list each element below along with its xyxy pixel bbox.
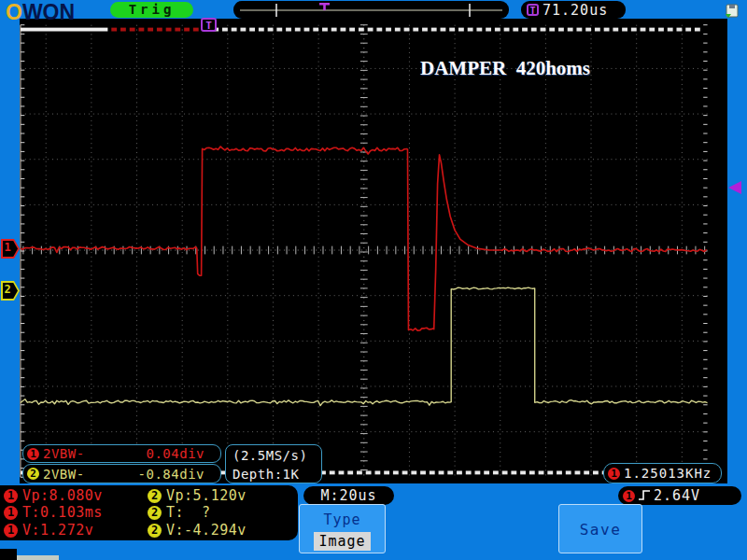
ch2-mean-value: V:-4.294v <box>166 522 247 539</box>
frequency-counter-readout: 1 1.25013KHz <box>603 463 722 483</box>
ch1-mean-value: V:1.272v <box>22 522 93 539</box>
save-button[interactable]: Save <box>558 504 642 553</box>
ch2-badge: 2 <box>148 489 162 503</box>
trigger-level-arrow-icon[interactable] <box>728 181 741 194</box>
trigger-time-readout: T 71.20us <box>521 1 626 19</box>
waveform-display <box>20 19 727 483</box>
measurements-panel: 1 Vp:8.080v 1 T:0.103ms 1 V:1.272v 2 Vp:… <box>0 485 298 540</box>
memory-depth-value: Depth:1K <box>233 465 321 483</box>
trigger-position-bar[interactable] <box>233 1 509 19</box>
rising-edge-icon <box>638 488 651 503</box>
save-to-storage-icon[interactable] <box>724 3 740 22</box>
measurement-row: 2 Vp:5.120v <box>148 488 247 503</box>
ch2-badge: 2 <box>148 524 162 538</box>
channel1-offset-value: 0.04div <box>146 446 204 461</box>
channel1-zero-marker[interactable]: 1 <box>1 239 20 259</box>
type-button-selected-value: Image <box>314 532 370 551</box>
channel1-badge: 1 <box>27 448 39 460</box>
bottom-left-corner-patch <box>0 549 17 560</box>
trigger-status-badge: Trig <box>110 2 193 18</box>
ch1-period-value: T:0.103ms <box>22 504 103 521</box>
measurement-row: 2 V:-4.294v <box>148 523 247 538</box>
measurement-row: 1 V:1.272v <box>4 523 93 538</box>
measurement-row: 1 Vp:8.080v <box>4 488 103 503</box>
type-button-title: Type <box>300 511 385 528</box>
ch1-badge: 1 <box>4 506 18 520</box>
oscilloscope-screen: OWON Trig T 71.20us DAMPER 420homs T 1 2 <box>0 0 747 560</box>
horizontal-trigger-marker[interactable]: T <box>201 18 217 32</box>
channel2-marker-number: 2 <box>1 283 14 296</box>
user-annotation-text: DAMPER 420homs <box>420 57 590 80</box>
channel2-scale-readout: 2 2VBW- -0.84div <box>22 464 221 483</box>
ch2-badge: 2 <box>148 506 162 520</box>
acquisition-readout: (2.5MS/s) Depth:1K <box>225 444 322 483</box>
waveform-canvas <box>20 19 727 483</box>
measurement-row: 2 T: ? <box>148 505 211 520</box>
channel2-scale-label: 2VBW- <box>43 467 85 482</box>
ch2-vpp-value: Vp:5.120v <box>166 487 247 504</box>
channel1-scale-readout: 1 2VBW- 0.04div <box>22 444 221 463</box>
trigger-channel-badge: 1 <box>623 490 635 502</box>
channel2-zero-marker[interactable]: 2 <box>1 281 20 301</box>
trigger-level-value: 2.64V <box>654 487 700 504</box>
trigger-t-icon: T <box>527 4 539 16</box>
channel2-badge: 2 <box>27 468 39 480</box>
timebase-readout: M:20us <box>303 486 394 505</box>
logo-letter-o: O <box>6 0 22 24</box>
trigger-position-graphic <box>233 1 509 19</box>
measurement-row: 1 T:0.103ms <box>4 505 103 520</box>
frequency-value: 1.25013KHz <box>624 466 712 481</box>
owon-logo: OWON <box>6 0 75 25</box>
channel1-scale-label: 2VBW- <box>43 446 85 461</box>
ch1-badge: 1 <box>4 524 18 538</box>
ch1-vpp-value: Vp:8.080v <box>22 487 103 504</box>
ch1-badge: 1 <box>4 489 18 503</box>
channel2-offset-value: -0.84div <box>138 467 204 482</box>
channel1-marker-number: 1 <box>1 241 14 254</box>
type-menu-button[interactable]: Type Image <box>299 504 386 553</box>
bottom-left-sliver <box>17 555 59 560</box>
logo-rest: WON <box>22 0 75 24</box>
trigger-level-readout: 1 2.64V <box>618 486 741 505</box>
ch2-period-value: T: ? <box>166 504 211 521</box>
sample-rate-value: (2.5MS/s) <box>233 446 321 465</box>
freq-channel-badge: 1 <box>608 468 620 480</box>
trigger-time-value: 71.20us <box>543 2 608 19</box>
floppy-disk-icon <box>724 3 740 19</box>
